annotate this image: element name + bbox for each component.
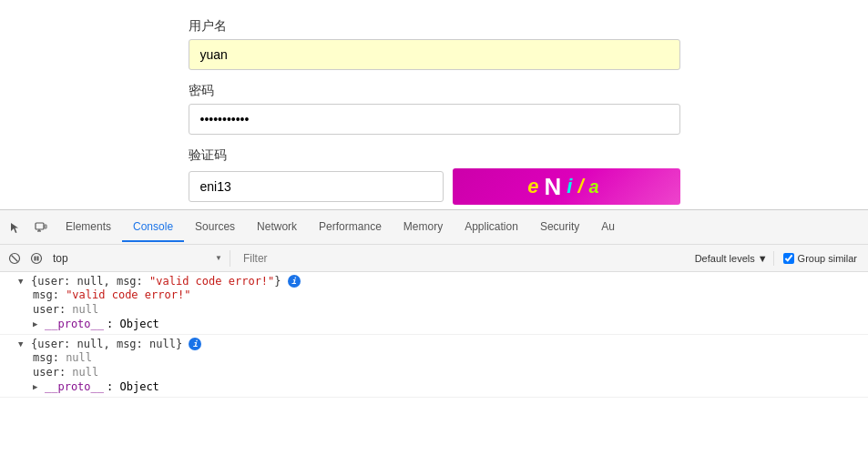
entry-2-info-icon[interactable]: i	[189, 338, 201, 350]
levels-arrow: ▼	[758, 253, 768, 264]
captcha-char-e: e	[527, 175, 544, 198]
group-similar-label: Group similar	[798, 253, 857, 264]
entry-2-user: user: null	[33, 365, 861, 379]
entry-1-triangle[interactable]: ▼	[18, 277, 27, 286]
entry-2-msg: msg: null	[33, 350, 861, 365]
stop-icon	[30, 252, 43, 265]
proto-2-key: __proto__	[45, 380, 104, 393]
console-entry-2: ▼ {user: null, msg: null} i msg: null us…	[0, 335, 868, 398]
entry-1-header[interactable]: ▼ {user: null, msg: "valid code error!"}…	[18, 275, 861, 288]
proto-1-triangle[interactable]: ▶	[33, 319, 42, 329]
devtools-toolbar: top ▼ Default levels ▼ Group similar	[0, 245, 868, 272]
password-input[interactable]	[189, 104, 680, 135]
context-select-wrapper: top ▼	[49, 250, 230, 267]
captcha-row: e N i / a	[189, 168, 680, 205]
tab-elements[interactable]: Elements	[55, 213, 122, 242]
pause-btn[interactable]	[27, 249, 46, 268]
password-group: 密码	[189, 83, 680, 135]
group-similar-control: Group similar	[778, 251, 863, 266]
tab-security[interactable]: Security	[529, 213, 590, 242]
entry-1-body: msg: "valid code error!" user: null ▶ __…	[18, 288, 861, 331]
entry-2-triangle[interactable]: ▼	[18, 339, 27, 349]
username-label: 用户名	[189, 18, 680, 35]
proto-2-triangle[interactable]: ▶	[33, 382, 42, 391]
captcha-group: 验证码 e N i / a	[189, 147, 680, 205]
main-content: 用户名 密码 验证码 e N i / a	[0, 0, 868, 209]
entry-2-body: msg: null user: null ▶ __proto__: Object	[18, 350, 861, 394]
tab-au[interactable]: Au	[590, 213, 626, 242]
entry-1-proto[interactable]: ▶ __proto__: Object	[33, 317, 861, 331]
svg-rect-8	[37, 256, 39, 260]
default-levels-btn[interactable]: Default levels ▼	[689, 251, 774, 266]
captcha-label: 验证码	[189, 147, 680, 164]
tab-console[interactable]: Console	[122, 213, 184, 242]
devtools-tabs-bar: Elements Console Sources Network Perform…	[0, 210, 868, 245]
tab-network[interactable]: Network	[246, 213, 308, 242]
svg-rect-1	[45, 225, 46, 228]
entry-1-text: {user: null, msg: "valid code error!"}	[31, 275, 281, 288]
console-entry-1: ▼ {user: null, msg: "valid code error!"}…	[0, 272, 868, 335]
svg-rect-7	[35, 256, 36, 260]
captcha-char-slash: /	[577, 175, 588, 198]
context-select[interactable]: top	[49, 250, 213, 267]
entry-2-header[interactable]: ▼ {user: null, msg: null} i	[18, 338, 861, 350]
entry-2-proto[interactable]: ▶ __proto__: Object	[33, 379, 861, 394]
console-output: ▼ {user: null, msg: "valid code error!"}…	[0, 272, 868, 455]
filter-input[interactable]	[238, 250, 686, 267]
entry-1-info-icon[interactable]: i	[288, 275, 301, 288]
captcha-char-i: i	[567, 175, 577, 198]
entry-1-user: user: null	[33, 302, 861, 317]
svg-line-5	[12, 255, 18, 261]
cursor-icon-btn[interactable]	[4, 216, 27, 239]
svg-rect-0	[36, 223, 44, 229]
username-input[interactable]	[189, 39, 680, 70]
captcha-image[interactable]: e N i / a	[453, 168, 680, 205]
proto-1-key: __proto__	[45, 318, 104, 330]
entry-1-msg: msg: "valid code error!"	[33, 288, 861, 302]
tab-performance[interactable]: Performance	[308, 213, 393, 242]
captcha-char-n: N	[545, 173, 567, 201]
username-group: 用户名	[189, 18, 680, 70]
group-similar-checkbox[interactable]	[783, 253, 794, 264]
tab-sources[interactable]: Sources	[184, 213, 246, 242]
tab-memory[interactable]: Memory	[393, 213, 454, 242]
captcha-input[interactable]	[189, 171, 444, 202]
tab-application[interactable]: Application	[454, 213, 529, 242]
captcha-char-a: a	[589, 177, 605, 197]
cursor-icon	[9, 221, 22, 234]
entry-2-text: {user: null, msg: null}	[31, 338, 182, 350]
svg-point-6	[32, 253, 42, 263]
password-label: 密码	[189, 83, 680, 99]
select-arrow: ▼	[215, 254, 222, 262]
devtools-panel: Elements Console Sources Network Perform…	[0, 209, 868, 455]
clear-icon	[8, 252, 21, 265]
device-icon	[35, 221, 47, 234]
clear-console-btn[interactable]	[5, 249, 24, 268]
device-icon-btn[interactable]	[29, 216, 53, 239]
